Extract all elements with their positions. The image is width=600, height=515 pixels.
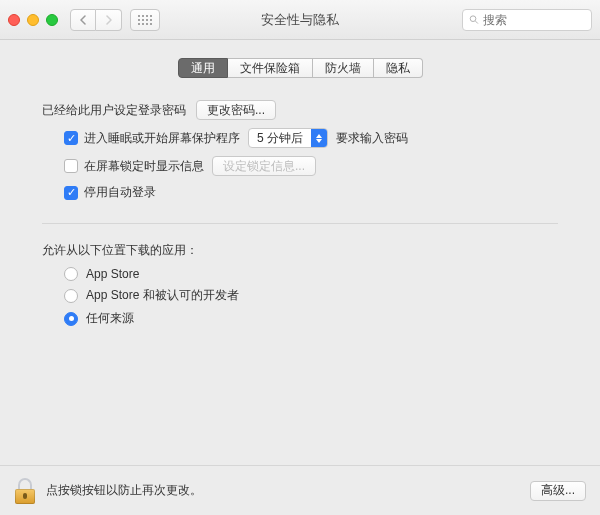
divider xyxy=(42,223,558,224)
search-icon xyxy=(469,14,479,25)
advanced-button[interactable]: 高级... xyxy=(530,481,586,501)
tab-label: 文件保险箱 xyxy=(240,60,300,77)
search-field[interactable] xyxy=(462,9,592,31)
content-area: 已经给此用户设定登录密码 更改密码... 进入睡眠或开始屏幕保护程序 5 分钟后… xyxy=(0,78,600,327)
window-title: 安全性与隐私 xyxy=(261,11,339,29)
button-label: 更改密码... xyxy=(207,102,265,119)
svg-line-1 xyxy=(475,21,477,23)
login-password-label: 已经给此用户设定登录密码 xyxy=(42,102,186,119)
window-controls xyxy=(8,14,58,26)
set-lock-message-button[interactable]: 设定锁定信息... xyxy=(212,156,316,176)
radio-label: App Store xyxy=(86,267,139,281)
grid-icon xyxy=(138,15,152,25)
lock-text: 点按锁按钮以防止再次更改。 xyxy=(46,482,202,499)
radio-identified-developers[interactable] xyxy=(64,289,78,303)
allow-apps-label: 允许从以下位置下载的应用： xyxy=(42,242,198,259)
radio-appstore[interactable] xyxy=(64,267,78,281)
require-password-row: 进入睡眠或开始屏幕保护程序 5 分钟后 要求输入密码 xyxy=(64,128,558,148)
tab-label: 通用 xyxy=(191,60,215,77)
svg-point-0 xyxy=(470,16,476,22)
disable-autologin-row: 停用自动登录 xyxy=(64,184,558,201)
require-password-suffix: 要求输入密码 xyxy=(336,130,408,147)
select-value: 5 分钟后 xyxy=(257,130,303,147)
tab-general[interactable]: 通用 xyxy=(178,58,228,78)
lock-icon[interactable] xyxy=(14,478,36,504)
zoom-icon[interactable] xyxy=(46,14,58,26)
back-button[interactable] xyxy=(70,9,96,31)
nav-segment xyxy=(70,9,122,31)
disable-autologin-label: 停用自动登录 xyxy=(84,184,156,201)
radio-label: 任何来源 xyxy=(86,310,134,327)
tab-filevault[interactable]: 文件保险箱 xyxy=(228,58,313,78)
forward-button[interactable] xyxy=(96,9,122,31)
stepper-icon xyxy=(311,129,327,147)
lock-message-label: 在屏幕锁定时显示信息 xyxy=(84,158,204,175)
lock-message-checkbox[interactable] xyxy=(64,159,78,173)
radio-row-identified: App Store 和被认可的开发者 xyxy=(64,287,558,304)
require-password-label: 进入睡眠或开始屏幕保护程序 xyxy=(84,130,240,147)
login-password-row: 已经给此用户设定登录密码 更改密码... xyxy=(42,100,558,120)
search-input[interactable] xyxy=(483,13,585,27)
footer: 点按锁按钮以防止再次更改。 高级... xyxy=(0,465,600,515)
show-all-button[interactable] xyxy=(130,9,160,31)
tab-bar: 通用 文件保险箱 防火墙 隐私 xyxy=(0,58,600,78)
button-label: 高级... xyxy=(541,482,575,499)
radio-label: App Store 和被认可的开发者 xyxy=(86,287,239,304)
lock-message-row: 在屏幕锁定时显示信息 设定锁定信息... xyxy=(64,156,558,176)
tab-label: 防火墙 xyxy=(325,60,361,77)
disable-autologin-checkbox[interactable] xyxy=(64,186,78,200)
titlebar: 安全性与隐私 xyxy=(0,0,600,40)
radio-row-anywhere: 任何来源 xyxy=(64,310,558,327)
require-password-checkbox[interactable] xyxy=(64,131,78,145)
radio-anywhere[interactable] xyxy=(64,312,78,326)
tab-privacy[interactable]: 隐私 xyxy=(374,58,423,78)
minimize-icon[interactable] xyxy=(27,14,39,26)
button-label: 设定锁定信息... xyxy=(223,158,305,175)
change-password-button[interactable]: 更改密码... xyxy=(196,100,276,120)
allow-apps-radiogroup: App Store App Store 和被认可的开发者 任何来源 xyxy=(42,267,558,327)
close-icon[interactable] xyxy=(8,14,20,26)
tab-label: 隐私 xyxy=(386,60,410,77)
require-password-delay-select[interactable]: 5 分钟后 xyxy=(248,128,328,148)
radio-row-appstore: App Store xyxy=(64,267,558,281)
allow-apps-header: 允许从以下位置下载的应用： xyxy=(42,242,558,259)
tab-firewall[interactable]: 防火墙 xyxy=(313,58,374,78)
